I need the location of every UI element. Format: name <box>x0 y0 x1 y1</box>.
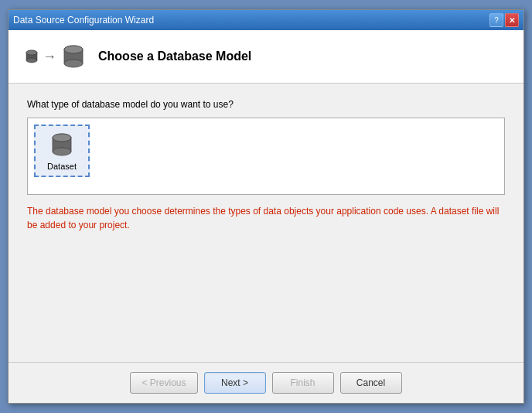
db-icon-large <box>60 43 87 70</box>
dataset-label: Dataset <box>47 162 77 171</box>
dataset-icon <box>48 131 76 159</box>
db-icon-small <box>24 49 39 64</box>
cancel-button[interactable]: Cancel <box>340 372 402 394</box>
dataset-model-item[interactable]: Dataset <box>34 125 90 177</box>
header-arrow: → <box>43 49 56 65</box>
title-bar-text: Data Source Configuration Wizard <box>13 15 154 26</box>
svg-point-11 <box>53 134 71 142</box>
svg-point-7 <box>64 46 83 53</box>
svg-point-10 <box>53 148 71 155</box>
svg-point-3 <box>26 50 37 55</box>
next-button[interactable]: Next > <box>204 372 266 394</box>
svg-point-6 <box>64 60 83 67</box>
previous-button[interactable]: < Previous <box>130 372 197 394</box>
page-title: Choose a Database Model <box>98 49 251 63</box>
finish-button[interactable]: Finish <box>272 372 334 394</box>
header-icon-area: → <box>24 43 87 70</box>
model-selection-box: Dataset <box>27 118 505 195</box>
description-text: The database model you choose determines… <box>27 204 505 232</box>
title-bar-left: Data Source Configuration Wizard <box>13 15 154 26</box>
close-button[interactable]: ✕ <box>505 13 519 27</box>
title-bar: Data Source Configuration Wizard ? ✕ <box>9 10 523 30</box>
question-label: What type of database model do you want … <box>27 99 505 110</box>
title-bar-controls: ? ✕ <box>489 13 519 27</box>
wizard-header: → Choose a Database Model <box>9 30 523 84</box>
wizard-window: Data Source Configuration Wizard ? ✕ → <box>8 9 524 404</box>
wizard-footer: < Previous Next > Finish Cancel <box>9 362 523 403</box>
help-button[interactable]: ? <box>489 13 503 27</box>
svg-point-2 <box>26 58 37 63</box>
wizard-body: What type of database model do you want … <box>9 84 523 362</box>
